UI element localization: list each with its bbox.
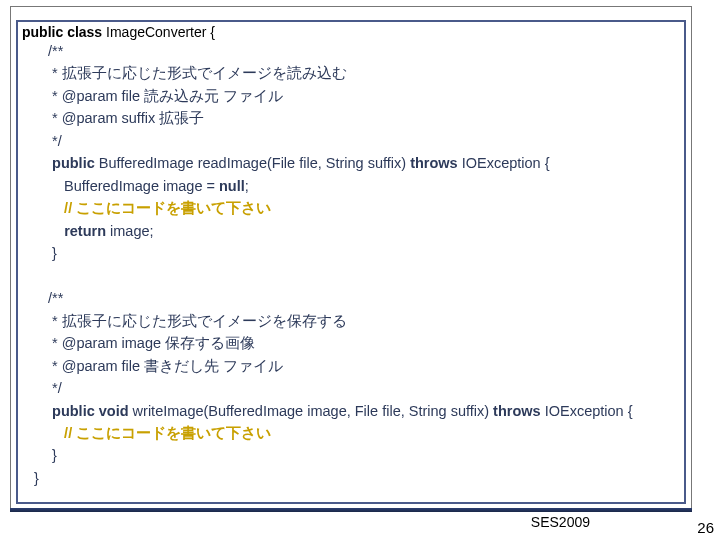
close-brace: }	[48, 242, 676, 264]
sig-post: IOException {	[458, 155, 550, 171]
keyword-throws: throws	[410, 155, 458, 171]
sig-mid: BufferedImage readImage(File file, Strin…	[95, 155, 410, 171]
open-brace: {	[210, 24, 215, 40]
footer-label: SES2009	[531, 514, 590, 530]
class-close-brace: }	[34, 467, 676, 489]
doc-line: * @param file 読み込み元 ファイル	[48, 85, 676, 107]
code-body: /** * 拡張子に応じた形式でイメージを読み込む * @param file …	[48, 40, 676, 489]
todo-comment: // ここにコードを書いて下さい	[48, 197, 676, 219]
close-brace: }	[48, 444, 676, 466]
method-signature: public BufferedImage readImage(File file…	[48, 152, 676, 174]
keyword-public-void: public void	[48, 403, 129, 419]
text: BufferedImage image =	[48, 178, 219, 194]
keyword-class: class	[67, 24, 102, 40]
keyword-null: null	[219, 178, 245, 194]
keyword-throws: throws	[493, 403, 541, 419]
text: ;	[245, 178, 249, 194]
class-name: ImageConverter	[106, 24, 206, 40]
keyword-public: public	[48, 155, 95, 171]
text	[48, 223, 64, 239]
code-line: return image;	[48, 220, 676, 242]
doc-close: */	[48, 130, 676, 152]
doc-line: * 拡張子に応じた形式でイメージを読み込む	[48, 62, 676, 84]
doc-line: * @param image 保存する画像	[48, 332, 676, 354]
code-line: BufferedImage image = null;	[48, 175, 676, 197]
doc-line: * @param file 書きだし先 ファイル	[48, 355, 676, 377]
bottom-band	[10, 508, 692, 512]
doc-line: * 拡張子に応じた形式でイメージを保存する	[48, 310, 676, 332]
method-signature: public void writeImage(BufferedImage ima…	[48, 400, 676, 422]
doc-open: /**	[48, 40, 676, 62]
todo-comment: // ここにコードを書いて下さい	[48, 422, 676, 444]
sig-post: IOException {	[541, 403, 633, 419]
keyword-public: public	[22, 24, 63, 40]
page-number: 26	[697, 519, 714, 536]
sig-mid: writeImage(BufferedImage image, File fil…	[129, 403, 494, 419]
text: image;	[106, 223, 154, 239]
doc-close: */	[48, 377, 676, 399]
blank-line	[48, 265, 676, 287]
doc-line: * @param suffix 拡張子	[48, 107, 676, 129]
keyword-return: return	[64, 223, 106, 239]
class-declaration: public class ImageConverter {	[20, 24, 217, 40]
doc-open: /**	[48, 287, 676, 309]
